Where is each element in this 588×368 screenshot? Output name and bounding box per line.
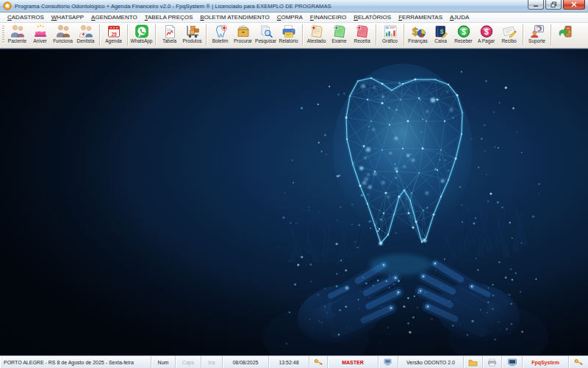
finance-button[interactable]: $Finanças <box>406 24 429 46</box>
report-button[interactable]: Relatório <box>277 24 300 46</box>
price-table-icon <box>162 24 178 38</box>
tooth-record-button[interactable]: Boletim <box>209 24 232 46</box>
support-button[interactable]: Suporte <box>526 24 548 46</box>
status-user: MASTER <box>328 356 379 368</box>
menu-financeiro[interactable]: FINANCEIRO <box>306 13 350 21</box>
exit-button[interactable] <box>553 24 576 46</box>
certificate-button[interactable]: Atestado <box>305 24 328 46</box>
toolbar-separator <box>404 24 404 46</box>
toolbar-label: Tabela <box>162 38 176 44</box>
workspace <box>0 49 588 355</box>
report-icon <box>281 24 297 38</box>
patients-button[interactable]: Paciente <box>6 24 29 46</box>
toolbar-label: Paciente <box>8 38 26 44</box>
window-title: Programa Consultório Odontológico + Agen… <box>15 3 331 10</box>
status-location-date: PORTO ALEGRE - RS 8 de Agosto de 2025 - … <box>0 356 151 368</box>
toolbar-label: Produtos <box>182 38 201 44</box>
monitor-icon[interactable] <box>502 356 523 368</box>
printer-icon[interactable] <box>483 356 502 368</box>
app-window: Programa Consultório Odontológico + Agen… <box>0 0 588 368</box>
exam-icon <box>331 24 348 38</box>
toolbar-separator <box>302 24 303 46</box>
chart-icon <box>382 24 398 38</box>
menu-tabela-pre-os[interactable]: TABELA PREÇOS <box>141 13 197 21</box>
patients-icon <box>10 24 26 38</box>
dentist-button[interactable]: Dentista <box>74 24 97 46</box>
cashbook-button[interactable]: $Caixa <box>429 24 452 46</box>
minimize-button[interactable] <box>528 0 544 10</box>
toolbar-separator <box>551 24 551 46</box>
menubar: CADASTROSWHATSAPPAGENDAMENTOTABELA PREÇO… <box>0 13 588 23</box>
menu-whatsapp[interactable]: WHATSAPP <box>48 13 87 21</box>
calendar-icon: 29 <box>106 24 122 38</box>
certificate-icon <box>309 24 325 38</box>
search-docs-icon <box>258 24 274 38</box>
calendar-button[interactable]: 29Agenda <box>102 24 125 46</box>
restore-button[interactable] <box>545 0 562 10</box>
status-date: 08/08/2025 <box>223 356 269 368</box>
cashbook-icon: $ <box>433 24 449 38</box>
chart-button[interactable]: Gráfico <box>379 24 401 46</box>
menu-compra[interactable]: COMPRA <box>273 13 306 21</box>
toolbar-separator <box>523 24 523 46</box>
toolbar-label: Aniver <box>33 38 46 44</box>
price-table-button[interactable]: Tabela <box>158 24 181 46</box>
menu-agendamento[interactable]: AGENDAMENTO <box>87 13 141 21</box>
toolbar-label: Gráfico <box>382 38 398 44</box>
toolbar-label: Exame <box>331 38 346 44</box>
toolbar-separator <box>206 24 207 46</box>
toolbar-label: Dentista <box>77 38 95 44</box>
dentist-icon <box>78 24 94 38</box>
tooth-hands-artwork <box>0 49 588 355</box>
toolbar-label: Procurar <box>234 38 252 44</box>
menu-cadastros[interactable]: CADASTROS <box>4 13 48 21</box>
toolbar-separator <box>127 24 128 46</box>
status-numlock: Num <box>151 356 176 368</box>
toolbar-label: Receita <box>354 38 370 44</box>
close-button[interactable] <box>563 0 585 10</box>
receipt-icon <box>501 24 517 38</box>
exam-button[interactable]: Exame <box>328 24 351 46</box>
toolbar-label: Receber <box>454 38 473 44</box>
products-button[interactable]: Produtos <box>181 24 204 46</box>
status-version: Versão ODONTO 2.0 <box>398 356 464 368</box>
toolbar-label: Boletim <box>212 38 229 44</box>
prescription-button[interactable]: Receita <box>351 24 373 46</box>
menu-boletim-atendimento[interactable]: BOLETIM ATENDIMENTO <box>196 13 273 21</box>
status-insert: Ins <box>201 356 223 368</box>
toolbar: PacienteAniverFuncionaDentista29AgendaWh… <box>0 23 588 49</box>
receive-icon: $ <box>456 24 472 38</box>
staff-button[interactable]: Funciona <box>51 24 74 46</box>
statusbar: PORTO ALEGRE - RS 8 de Agosto de 2025 - … <box>0 355 588 368</box>
menu-ajuda[interactable]: AJUDA <box>446 13 473 21</box>
svg-text:$: $ <box>484 26 489 35</box>
support-icon <box>529 24 545 38</box>
toolbar-label: Agenda <box>105 38 121 44</box>
toolbar-label: Recibo <box>501 38 516 44</box>
svg-text:$: $ <box>440 27 443 35</box>
menu-relat-rios[interactable]: RELATÓRIOS <box>350 13 395 21</box>
products-icon <box>184 24 201 38</box>
status-capslock: Caps <box>176 356 201 368</box>
keys-icon-2 <box>569 356 588 368</box>
receive-button[interactable]: $Receber <box>452 24 475 46</box>
pay-icon: $ <box>478 24 495 38</box>
drawer-button[interactable]: Procurar <box>232 24 254 46</box>
drawer-icon <box>235 24 251 38</box>
receipt-button[interactable]: Recibo <box>498 24 520 46</box>
toolbar-separator <box>155 24 156 46</box>
pay-button[interactable]: $A Pagar <box>475 24 498 46</box>
status-brand: FpqSystem <box>523 356 569 368</box>
menu-ferramentas[interactable]: FERRAMENTAS <box>395 13 446 21</box>
toolbar-label: Atestado <box>307 38 326 44</box>
search-docs-button[interactable]: Pesquisar <box>254 24 277 46</box>
birthday-icon <box>32 24 49 38</box>
keys-icon <box>309 356 328 368</box>
app-icon <box>3 1 12 10</box>
toolbar-label: Funciona <box>53 38 73 44</box>
toolbar-label: Suporte <box>528 38 545 44</box>
folder-icon[interactable] <box>464 356 483 368</box>
prescription-icon <box>354 24 370 38</box>
whatsapp-button[interactable]: WhatsApp <box>130 24 153 46</box>
birthday-button[interactable]: Aniver <box>29 24 51 46</box>
